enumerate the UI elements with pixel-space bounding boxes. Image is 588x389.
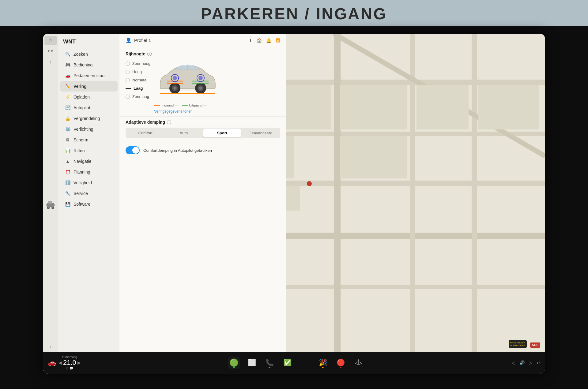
svg-point-44 bbox=[199, 87, 202, 90]
svg-point-34 bbox=[52, 207, 53, 208]
pedalen-icon: 🚗 bbox=[65, 73, 70, 78]
sidebar-item-scherm-label: Scherm bbox=[74, 137, 88, 142]
svg-point-52 bbox=[198, 76, 203, 80]
left-bar-up-arrow[interactable]: ↑ bbox=[50, 59, 52, 65]
sidebar-item-veiligheid[interactable]: ℹ️ Veiligheid bbox=[60, 178, 118, 188]
ride-height-options: Zeer hoog Hoog Normaal bbox=[126, 58, 150, 101]
height-label-laag: Laag bbox=[134, 86, 143, 91]
taskbar-app-browser[interactable]: ⬜ bbox=[246, 357, 258, 369]
sidebar-item-planning[interactable]: ⏰ Planning bbox=[60, 167, 118, 177]
header-icons: ⬇ 🏠 🔔 📶 bbox=[249, 38, 280, 43]
left-bar-inp[interactable]: In P bbox=[44, 47, 57, 56]
height-radio-zeer-hoog bbox=[126, 62, 130, 66]
damping-auto-btn[interactable]: Auto bbox=[165, 129, 202, 137]
toggle-knob bbox=[132, 147, 139, 154]
uitgaand-label: Uitgaand — bbox=[189, 103, 207, 107]
legend-uitgaand: Uitgaand — bbox=[182, 103, 207, 107]
ride-height-title: Rijhoogte i bbox=[126, 51, 280, 56]
svg-point-13 bbox=[307, 181, 312, 186]
sidebar-item-vergrendeling[interactable]: 🔒 Vergrendeling bbox=[60, 113, 118, 124]
sidebar-item-software[interactable]: 💾 Software bbox=[60, 199, 118, 209]
sidebar-item-vering[interactable]: ✏️ Vering bbox=[60, 81, 118, 92]
sidebar-item-service[interactable]: 🔧 Service bbox=[60, 188, 118, 199]
left-bar-inp-label: In P bbox=[48, 50, 53, 53]
damping-title: Adaptieve demping i bbox=[126, 120, 280, 125]
damping-comfort-btn[interactable]: Comfort bbox=[126, 129, 164, 137]
svg-rect-11 bbox=[472, 34, 477, 355]
taskbar-app-more[interactable]: ··· bbox=[299, 357, 311, 369]
sos-badge[interactable]: SOS bbox=[530, 342, 540, 348]
taskbar-app-spotify[interactable]: 🟢 bbox=[228, 357, 240, 369]
svg-rect-27 bbox=[417, 85, 469, 129]
left-bar: P In P ↑ ↓ bbox=[43, 34, 58, 374]
parking-sign-text: PARKEREN / INGANG bbox=[201, 5, 387, 23]
sidebar-item-verlichting[interactable]: ⚙️ Verlichting bbox=[60, 124, 118, 134]
sidebar-item-opladen-label: Opladen bbox=[74, 95, 90, 99]
sidebar-item-bediening[interactable]: 🎮 Bediening bbox=[60, 60, 118, 70]
taskbar-app-toys[interactable]: 🕹 bbox=[352, 357, 364, 369]
temp-increase-btn[interactable]: ▶ bbox=[77, 360, 81, 365]
svg-point-41 bbox=[173, 87, 176, 90]
sidebar-item-ritten[interactable]: 📊 Ritten bbox=[60, 145, 118, 156]
ingaand-label: Ingaand — bbox=[161, 103, 178, 107]
autopilot-toggle-row: Comfortdemping in Autopilot gebruiken bbox=[119, 143, 286, 158]
download-icon[interactable]: ⬇ bbox=[249, 38, 252, 43]
damping-sport-btn[interactable]: Sport bbox=[203, 129, 241, 137]
height-option-laag[interactable]: Laag bbox=[126, 84, 150, 92]
sidebar-item-navigatie-label: Navigatie bbox=[74, 159, 91, 164]
navigatie-icon: ▲ bbox=[65, 159, 70, 164]
damping-info-badge[interactable]: i bbox=[167, 120, 171, 124]
ride-height-info-badge[interactable]: i bbox=[147, 52, 152, 56]
signal-icon: 📶 bbox=[276, 38, 280, 43]
sidebar-item-autopilot[interactable]: 🔄 Autopilot bbox=[60, 103, 118, 113]
sidebar-item-scherm[interactable]: 🖥 Scherm bbox=[60, 135, 118, 145]
height-radio-hoog bbox=[126, 70, 130, 74]
software-icon: 💾 bbox=[65, 202, 70, 207]
svg-rect-9 bbox=[334, 34, 341, 355]
height-label-normaal: Normaal bbox=[132, 78, 147, 82]
height-option-zeer-laag[interactable]: Zeer laag bbox=[126, 92, 150, 101]
damping-geavanceerd-btn[interactable]: Geavanceerd bbox=[242, 129, 279, 137]
sidebar-item-service-label: Service bbox=[74, 191, 88, 196]
veringslink-container: Veringsgegevens tonen bbox=[154, 108, 280, 114]
height-option-zeer-hoog[interactable]: Zeer hoog bbox=[126, 59, 150, 68]
svg-point-48 bbox=[173, 76, 177, 80]
next-btn[interactable]: ▷ bbox=[529, 360, 532, 365]
ui-panel: P In P ↑ ↓ bbox=[43, 34, 286, 374]
return-btn[interactable]: ↩ bbox=[537, 360, 540, 365]
left-bar-p[interactable]: P bbox=[44, 36, 57, 45]
opladen-icon: ⚡ bbox=[65, 95, 70, 99]
taskbar-car-icon[interactable]: 🚗 bbox=[48, 359, 56, 367]
sidebar-item-opladen[interactable]: ⚡ Opladen bbox=[60, 92, 118, 102]
car-side-icon bbox=[46, 199, 55, 211]
damping-options: Comfort Auto Sport Geavanceerd bbox=[126, 128, 280, 138]
autopilot-toggle-switch[interactable] bbox=[126, 146, 140, 154]
height-label-hoog: Hoog bbox=[132, 69, 142, 74]
service-icon: 🔧 bbox=[65, 191, 70, 196]
taskbar-app-music[interactable]: 🔴 bbox=[334, 357, 347, 369]
home-icon[interactable]: 🏠 bbox=[257, 38, 262, 43]
sidebar-item-navigatie[interactable]: ▲ Navigatie bbox=[60, 156, 118, 166]
sidebar-item-pedalen[interactable]: 🚗 Pedalen en stuur bbox=[60, 70, 118, 81]
sidebar-item-vergrendeling-label: Vergrendeling bbox=[74, 116, 100, 121]
height-option-hoog[interactable]: Hoog bbox=[126, 68, 150, 76]
main-content: 👤 Profiel 1 ⬇ 🏠 🔔 📶 Rijhoogte i bbox=[119, 34, 286, 374]
prev-btn[interactable]: ◁ bbox=[512, 360, 515, 365]
temp-decrease-btn[interactable]: ◀ bbox=[58, 360, 62, 365]
bell-icon[interactable]: 🔔 bbox=[266, 38, 271, 43]
taskbar-app-phone[interactable]: 📞 bbox=[263, 357, 276, 369]
screen-bezel: P In P ↑ ↓ bbox=[43, 34, 545, 374]
taskbar-app-games[interactable]: 🎉 bbox=[317, 357, 329, 369]
sidebar-item-zoeken[interactable]: 🔍 Zoeken bbox=[60, 49, 118, 59]
vergrendeling-icon: 🔒 bbox=[65, 116, 70, 121]
height-option-normaal[interactable]: Normaal bbox=[126, 76, 150, 84]
left-bar-down-arrow[interactable]: ↓ bbox=[50, 344, 52, 349]
taskbar-app-tasks[interactable]: ✅ bbox=[281, 357, 293, 369]
height-radio-normaal bbox=[126, 78, 130, 82]
svg-rect-28 bbox=[478, 85, 539, 129]
volume-btn[interactable]: 🔊 bbox=[519, 360, 525, 365]
car-icon-left-container bbox=[46, 67, 55, 342]
veringsgegevens-link[interactable]: Veringsgegevens tonen bbox=[154, 109, 192, 114]
profile-user-icon: 👤 bbox=[126, 37, 132, 43]
svg-rect-26 bbox=[340, 136, 407, 178]
